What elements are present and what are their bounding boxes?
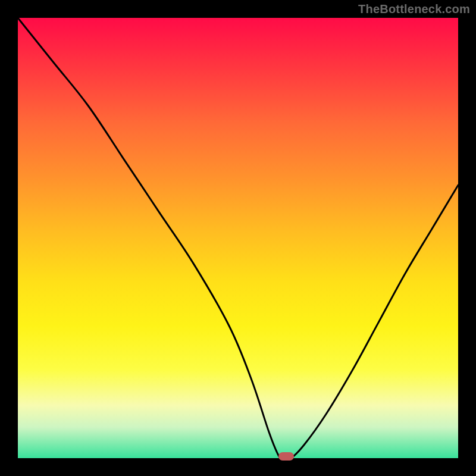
plot-area	[18, 18, 458, 458]
bottleneck-curve	[18, 18, 458, 458]
optimal-point-marker	[278, 452, 294, 461]
watermark-label: TheBottleneck.com	[358, 2, 470, 16]
chart-frame: TheBottleneck.com	[0, 0, 476, 476]
